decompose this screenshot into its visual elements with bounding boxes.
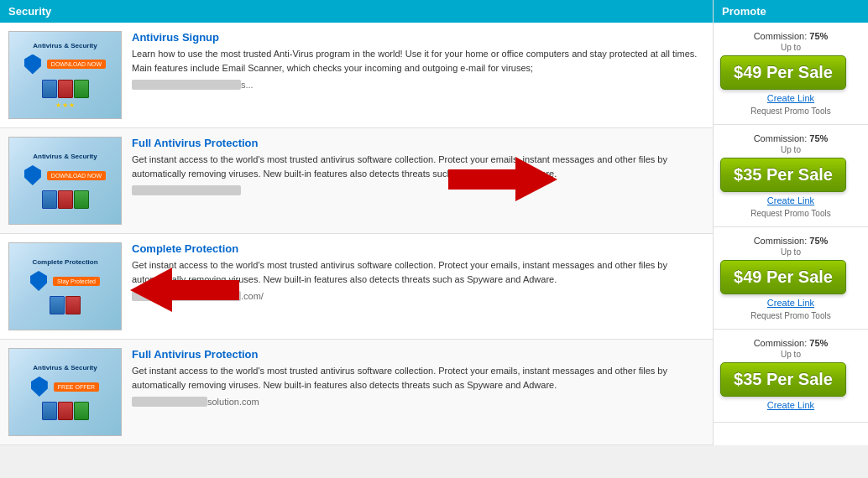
- listing-row: Antivirus & Security DOWNLOAD NOW: [0, 23, 713, 128]
- listing-thumbnail: Complete Protection Stay Protected: [8, 242, 122, 330]
- sale-button[interactable]: $35 Per Sale: [720, 158, 846, 192]
- listing-title[interactable]: Antivirus Signup: [132, 31, 704, 44]
- listing-thumbnail: Antivirus & Security DOWNLOAD NOW: [8, 137, 122, 225]
- create-link[interactable]: Create Link: [720, 298, 861, 308]
- listing-info: Full Antivirus Protection Get instant ac…: [132, 137, 704, 195]
- create-link[interactable]: Create Link: [720, 400, 861, 410]
- listing-title[interactable]: Full Antivirus Protection: [132, 137, 704, 149]
- promote-header: Promote: [714, 0, 868, 23]
- url-blur: [132, 291, 241, 301]
- listing-title[interactable]: Complete Protection: [132, 242, 704, 255]
- url-suffix: s...: [241, 80, 254, 90]
- sale-button[interactable]: $49 Per Sale: [720, 55, 846, 90]
- security-label: Security: [8, 5, 51, 18]
- listing-url: .com/: [132, 291, 704, 301]
- create-link[interactable]: Create Link: [720, 93, 861, 103]
- commission-value: 75%: [809, 133, 828, 143]
- listing-info: Complete Protection Get instant access t…: [132, 242, 704, 301]
- listing-description: Learn how to use the most trusted Anti-V…: [132, 47, 704, 75]
- listing-description: Get instant access to the world's most t…: [132, 364, 704, 392]
- upto-label: Up to: [720, 350, 861, 359]
- listing-thumbnail: Antivirus & Security DOWNLOAD NOW: [8, 31, 122, 119]
- promote-cell: Commission: 75% Up to $49 Per Sale Creat…: [714, 227, 868, 330]
- request-promo-tools[interactable]: Request Promo Tools: [720, 311, 861, 320]
- listing-row: Complete Protection Stay Protected: [0, 234, 713, 340]
- promote-cell: Commission: 75% Up to $35 Per Sale Creat…: [714, 330, 868, 423]
- listing-url: s...: [132, 80, 704, 90]
- upto-label: Up to: [720, 247, 861, 257]
- listing-url: solution.com: [132, 397, 704, 407]
- commission-value: 75%: [809, 31, 828, 41]
- url-blur: [132, 397, 207, 407]
- request-promo-tools[interactable]: Request Promo Tools: [720, 209, 861, 218]
- security-header: Security: [0, 0, 713, 23]
- url-blur: [132, 185, 241, 195]
- promote-cell: Commission: 75% Up to $49 Per Sale Creat…: [714, 23, 868, 125]
- request-promo-tools[interactable]: Request Promo Tools: [720, 107, 861, 116]
- listing-info: Full Antivirus Protection Get instant ac…: [132, 348, 704, 407]
- listing-row: Antivirus & Security FREE OFFER: [0, 340, 713, 445]
- listing-description: Get instant access to the world's most t…: [132, 153, 704, 180]
- sale-button[interactable]: $49 Per Sale: [720, 260, 846, 294]
- listing-row: Antivirus & Security DOWNLOAD NOW: [0, 128, 713, 234]
- listing-description: Get instant access to the world's most t…: [132, 258, 704, 286]
- listing-info: Antivirus Signup Learn how to use the mo…: [132, 31, 704, 90]
- commission-value: 75%: [809, 236, 828, 246]
- listing-thumbnail: Antivirus & Security FREE OFFER: [8, 348, 122, 436]
- listing-url: [132, 185, 704, 195]
- url-suffix: .com/: [241, 291, 264, 301]
- sale-button[interactable]: $35 Per Sale: [720, 362, 846, 397]
- url-blur: [132, 80, 241, 90]
- listing-title[interactable]: Full Antivirus Protection: [132, 348, 704, 361]
- upto-label: Up to: [720, 145, 861, 154]
- promote-label: Promote: [722, 5, 766, 18]
- upto-label: Up to: [720, 43, 861, 52]
- url-suffix: solution.com: [207, 397, 259, 407]
- commission-label: Commission: 75%: [720, 31, 861, 41]
- commission-value: 75%: [809, 338, 828, 348]
- commission-label: Commission: 75%: [720, 133, 861, 143]
- promote-cell: Commission: 75% Up to $35 Per Sale Creat…: [714, 125, 868, 227]
- commission-label: Commission: 75%: [720, 236, 861, 246]
- create-link[interactable]: Create Link: [720, 195, 861, 205]
- commission-label: Commission: 75%: [720, 338, 861, 348]
